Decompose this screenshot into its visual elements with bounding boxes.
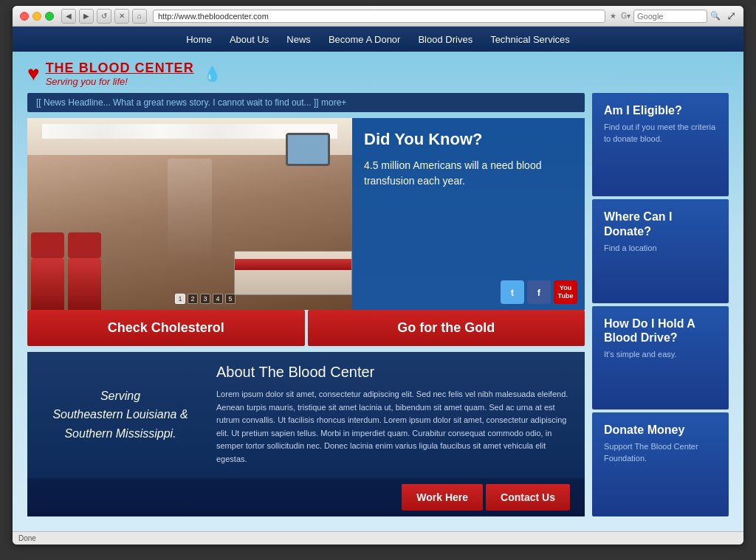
sidebar-drive-body: It's simple and easy. — [604, 349, 717, 360]
browser-window-controls — [20, 12, 54, 21]
maximize-button[interactable] — [45, 12, 54, 21]
search-area: ★ G▾ 🔍 — [610, 10, 721, 23]
bed-right — [234, 251, 352, 295]
footer-buttons: Work Here Contact Us — [27, 478, 585, 516]
youtube-icon[interactable]: YouTube — [554, 280, 577, 304]
sidebar-eligible-body: Find out if you meet the criteria to don… — [604, 122, 717, 145]
logo-area: ♥ THE BLOOD CENTER Serving you for life!… — [13, 52, 743, 93]
seat-back-2 — [68, 232, 101, 258]
main-content-area: [[ News Headline... What a great news st… — [13, 93, 743, 524]
nav-blood-drives[interactable]: Blood Drives — [418, 34, 472, 45]
facebook-icon[interactable]: f — [527, 280, 551, 304]
action-buttons: Check Cholesterol Go for the Gold — [27, 310, 585, 346]
sidebar-donate-heading: Donate Money — [604, 423, 717, 437]
heart-icon: ♥ — [27, 62, 40, 86]
slideshow-area: 1 2 3 4 5 Did You Know? 4.5 million Amer… — [27, 118, 585, 310]
news-ticker: [[ News Headline... What a great news st… — [27, 93, 585, 112]
slide-dot-2[interactable]: 2 — [188, 294, 198, 304]
nav-become-donor[interactable]: Become A Donor — [329, 34, 401, 45]
slideshow-image: 1 2 3 4 5 — [27, 118, 352, 310]
about-right: About The Blood Center Lorem ipsum dolor… — [216, 364, 573, 466]
news-ticker-text: [[ News Headline... What a great news st… — [36, 97, 319, 108]
vanishing-light — [168, 159, 212, 262]
status-text: Done — [18, 534, 36, 542]
more-link[interactable]: more+ — [321, 97, 346, 108]
sidebar: Am I Eligible? Find out if you meet the … — [592, 93, 729, 516]
minimize-button[interactable] — [32, 12, 41, 21]
g-search-icon: G▾ — [621, 12, 630, 20]
slide-dot-3[interactable]: 3 — [200, 294, 210, 304]
browser-nav-buttons: ◀ ▶ ↺ ✕ ⌂ — [61, 9, 147, 24]
sidebar-eligible-heading: Am I Eligible? — [604, 103, 717, 117]
sidebar-donate-money[interactable]: Donate Money Support The Blood Center Fo… — [592, 412, 729, 516]
sidebar-am-i-eligible[interactable]: Am I Eligible? Find out if you meet the … — [592, 93, 729, 196]
logo[interactable]: ♥ THE BLOOD CENTER Serving you for life!… — [27, 61, 221, 87]
nav-technical-services[interactable]: Technical Services — [490, 34, 570, 45]
seat-1 — [31, 258, 64, 310]
about-heading: About The Blood Center — [216, 364, 573, 381]
search-go-icon[interactable]: 🔍 — [710, 11, 721, 21]
website-content: Home About Us News Become A Donor Blood … — [13, 27, 743, 531]
did-you-know-body: 4.5 million Americans will a need blood … — [364, 158, 573, 189]
sidebar-where-donate[interactable]: Where Can I Donate? Find a location — [592, 199, 729, 303]
slide-dot-4[interactable]: 4 — [213, 294, 223, 304]
nav-about-us[interactable]: About Us — [230, 34, 269, 45]
sidebar-donate-body: Support The Blood Center Foundation. — [604, 441, 717, 464]
nav-home[interactable]: Home — [186, 34, 212, 45]
sidebar-drive-heading: How Do I Hold A Blood Drive? — [604, 317, 717, 345]
close-button[interactable] — [20, 12, 29, 21]
contact-us-button[interactable]: Contact Us — [486, 484, 570, 511]
reload-button[interactable]: ↺ — [97, 9, 111, 24]
sidebar-blood-drive[interactable]: How Do I Hold A Blood Drive? It's simple… — [592, 306, 729, 409]
slide-indicators: 1 2 3 4 5 — [175, 294, 236, 304]
nav-news[interactable]: News — [286, 34, 311, 45]
sidebar-where-body: Find a location — [604, 243, 717, 254]
browser-titlebar: ◀ ▶ ↺ ✕ ⌂ http://www.thebloodcenter.com … — [13, 6, 743, 27]
resize-icon: ⤢ — [726, 9, 736, 23]
seat-back-1 — [31, 232, 64, 258]
browser-statusbar: Done — [13, 531, 743, 545]
social-icons: t f YouTube — [501, 280, 577, 304]
bus-interior — [27, 118, 352, 310]
stop-button[interactable]: ✕ — [114, 9, 129, 24]
bus-seats-left — [27, 214, 116, 310]
twitter-icon[interactable]: t — [501, 280, 524, 304]
work-here-button[interactable]: Work Here — [402, 484, 483, 511]
go-for-gold-button[interactable]: Go for the Gold — [308, 310, 585, 346]
home-browser-button[interactable]: ⌂ — [132, 9, 147, 24]
check-cholesterol-button[interactable]: Check Cholesterol — [27, 310, 305, 346]
sidebar-where-heading: Where Can I Donate? — [604, 210, 717, 238]
forward-button[interactable]: ▶ — [79, 9, 94, 24]
about-serving-text: Serving Southeastern Louisiana & Souther… — [39, 364, 202, 466]
did-you-know-heading: Did You Know? — [364, 130, 573, 149]
search-input[interactable] — [633, 10, 707, 23]
slide-dot-1[interactable]: 1 — [175, 294, 185, 304]
star-icon: ★ — [610, 12, 616, 20]
drops-icon: 💧 — [203, 65, 221, 83]
about-section: Serving Southeastern Louisiana & Souther… — [27, 352, 585, 478]
main-navigation: Home About Us News Become A Donor Blood … — [13, 27, 743, 52]
left-column: [[ News Headline... What a great news st… — [27, 93, 585, 516]
back-button[interactable]: ◀ — [61, 9, 76, 24]
bed-mattress — [235, 259, 351, 270]
about-body: Lorem ipsum dolor sit amet, consectetur … — [216, 388, 573, 466]
bus-window — [286, 133, 330, 166]
seat-2 — [68, 258, 101, 310]
logo-text: THE BLOOD CENTER Serving you for life! — [46, 61, 194, 87]
address-bar[interactable]: http://www.thebloodcenter.com — [153, 10, 605, 23]
slide-dot-5[interactable]: 5 — [225, 294, 236, 304]
